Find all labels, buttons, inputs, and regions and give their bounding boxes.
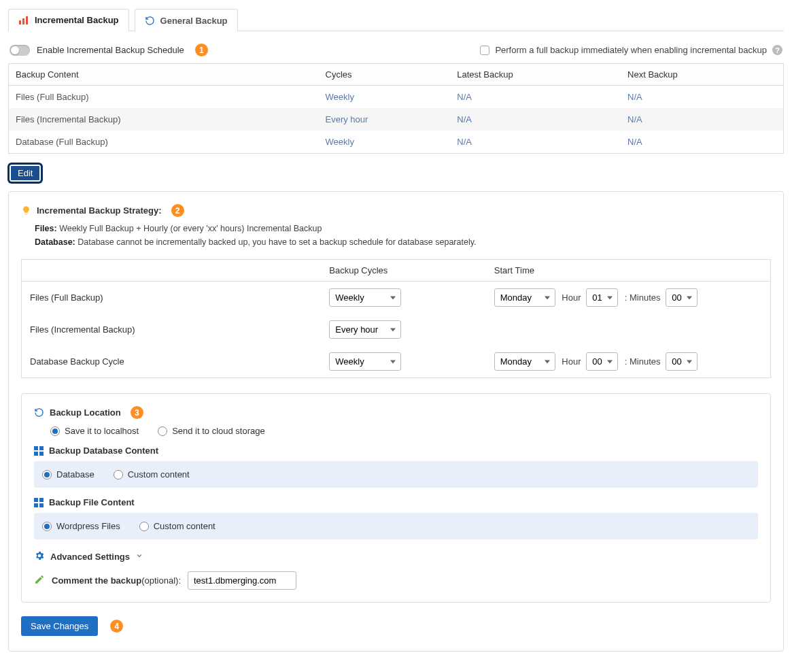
tab-incremental-backup[interactable]: Incremental Backup: [8, 9, 129, 31]
strategy-db-desc: Database: Database cannot be incremental…: [35, 237, 771, 247]
table-row: Files (Full Backup) Weekly N/A N/A: [9, 86, 784, 109]
col-cycles: Cycles: [319, 64, 451, 86]
radio-file-custom[interactable]: Custom content: [139, 521, 216, 531]
step-1-badge: 1: [195, 44, 208, 56]
hour-label: Hour: [562, 356, 581, 367]
files-full-min-select[interactable]: 00: [666, 288, 698, 307]
file-content-box: Wordpress Files Custom content: [34, 513, 758, 539]
history-icon: [34, 407, 44, 418]
pencil-icon: [34, 574, 45, 587]
radio-cloud[interactable]: Send it to cloud storage: [158, 426, 265, 436]
col-backup-cycles: Backup Cycles: [321, 260, 485, 282]
db-min-select[interactable]: 00: [666, 352, 698, 371]
step-4-badge: 4: [110, 620, 123, 633]
radio-icon: [42, 470, 52, 480]
history-icon: [145, 16, 155, 26]
advanced-settings-label: Advanced Settings: [50, 552, 130, 562]
backup-location-header: Backup Location 3: [34, 406, 758, 419]
grid-icon: [34, 498, 44, 507]
strategy-header: Incremental Backup Strategy: 2: [21, 204, 771, 217]
chevron-down-icon: [135, 552, 143, 562]
step-3-badge: 3: [131, 406, 143, 419]
advanced-settings-toggle[interactable]: Advanced Settings: [34, 550, 758, 563]
strategy-title: Incremental Backup Strategy:: [37, 205, 162, 216]
bar-chart-icon: [18, 16, 29, 25]
db-day-select[interactable]: Monday: [494, 352, 555, 371]
strategy-files-desc: Files: Weekly Full Backup + Hourly (or e…: [35, 224, 771, 233]
radio-icon: [114, 470, 123, 480]
enable-schedule-toggle[interactable]: [10, 45, 30, 56]
tab-incremental-label: Incremental Backup: [35, 15, 119, 25]
svg-rect-2: [26, 16, 28, 24]
radio-icon: [158, 426, 167, 436]
backup-location-title: Backup Location: [50, 407, 121, 418]
help-icon[interactable]: ?: [772, 45, 782, 55]
minutes-label: : Minutes: [625, 356, 661, 367]
gear-icon: [34, 550, 45, 563]
row-files-full: Files (Full Backup) Weekly Monday Hour 0…: [22, 282, 771, 314]
step-2-badge: 2: [171, 204, 184, 217]
comment-input[interactable]: [188, 571, 296, 590]
backup-db-content-header: Backup Database Content: [34, 446, 758, 456]
tab-general-label: General Backup: [160, 16, 228, 26]
table-row: Database (Full Backup) Weekly N/A N/A: [9, 131, 784, 154]
hour-label: Hour: [562, 292, 581, 303]
strategy-panel: Incremental Backup Strategy: 2 Files: We…: [8, 191, 784, 652]
full-backup-on-enable[interactable]: Perform a full backup immediately when e…: [480, 45, 782, 55]
row-files-incremental: Files (Incremental Backup) Every hour: [22, 314, 771, 346]
db-cycle-select[interactable]: Weekly: [329, 352, 401, 371]
radio-localhost[interactable]: Save it to localhost: [50, 426, 139, 436]
files-inc-cycle-select[interactable]: Every hour: [329, 320, 401, 339]
radio-icon: [50, 426, 60, 436]
radio-icon: [139, 522, 149, 531]
save-changes-button[interactable]: Save Changes: [21, 616, 98, 636]
checkbox-icon: [480, 46, 489, 55]
radio-wordpress-files[interactable]: Wordpress Files: [42, 521, 120, 531]
radio-database[interactable]: Database: [42, 469, 94, 480]
grid-icon: [34, 446, 44, 456]
files-full-cycle-select[interactable]: Weekly: [329, 288, 401, 307]
comment-label: Comment the backup(optional):: [52, 575, 181, 586]
schedule-table: Backup Content Cycles Latest Backup Next…: [8, 63, 784, 154]
col-blank: [22, 260, 322, 282]
col-latest: Latest Backup: [450, 64, 621, 86]
comment-row: Comment the backup(optional):: [34, 571, 758, 590]
col-start-time: Start Time: [486, 260, 771, 282]
db-content-box: Database Custom content: [34, 461, 758, 488]
full-backup-on-enable-label: Perform a full backup immediately when e…: [495, 45, 767, 55]
files-full-hour-select[interactable]: 01: [586, 288, 618, 307]
radio-db-custom[interactable]: Custom content: [114, 469, 190, 480]
col-next: Next Backup: [621, 64, 783, 86]
strategy-table: Backup Cycles Start Time Files (Full Bac…: [21, 259, 771, 378]
row-database-cycle: Database Backup Cycle Weekly Monday Hour…: [22, 346, 771, 378]
minutes-label: : Minutes: [625, 292, 661, 303]
svg-rect-0: [19, 20, 21, 24]
enable-row: Enable Incremental Backup Schedule 1 Per…: [8, 41, 784, 63]
files-full-day-select[interactable]: Monday: [494, 288, 555, 307]
backup-file-content-header: Backup File Content: [34, 497, 758, 507]
db-hour-select[interactable]: 00: [586, 352, 618, 371]
backup-options-panel: Backup Location 3 Save it to localhost S…: [21, 393, 771, 603]
enable-schedule-label: Enable Incremental Backup Schedule: [37, 45, 184, 55]
radio-icon: [42, 522, 52, 531]
table-row: Files (Incremental Backup) Every hour N/…: [9, 108, 784, 131]
col-backup-content: Backup Content: [9, 64, 319, 86]
tabs-bar: Incremental Backup General Backup: [8, 8, 784, 31]
edit-button[interactable]: Edit: [8, 163, 42, 183]
svg-rect-1: [22, 18, 24, 24]
lightbulb-icon: [21, 205, 31, 216]
tab-general-backup[interactable]: General Backup: [135, 9, 238, 31]
